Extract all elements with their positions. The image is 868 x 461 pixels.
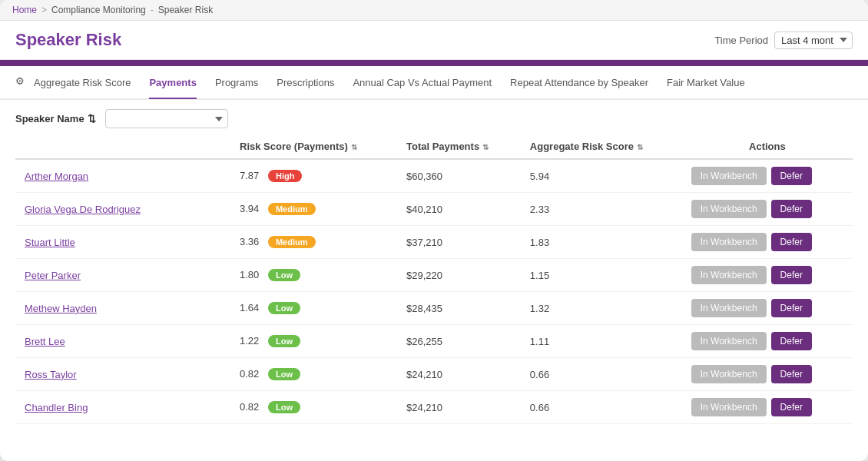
defer-button[interactable]: Defer [771,233,812,251]
speaker-link[interactable]: Gloria Vega De Rodriguez [25,204,141,215]
tab-prescriptions-label: Prescriptions [277,77,334,88]
breadcrumb-current: Speaker Risk [158,5,213,15]
time-period-select[interactable]: Last 4 mont [774,32,853,49]
table-controls: Speaker Name ⇅ [15,100,853,134]
risk-level-badge: Low [268,302,300,314]
col-aggregate-risk: Aggregate Risk Score⇅ [521,134,682,159]
in-workbench-button[interactable]: In Workbench [691,299,767,317]
tab-programs[interactable]: Programs [215,68,258,99]
speaker-link[interactable]: Stuart Little [25,237,75,248]
cell-total-payments: $28,435 [397,292,521,325]
cell-risk-score: 7.87 High [230,159,397,193]
speaker-link[interactable]: Ross Taylor [25,369,77,380]
cell-risk-score: 3.36 Medium [230,226,397,259]
risk-score-value: 3.94 [240,203,259,214]
defer-button[interactable]: Defer [771,332,812,350]
defer-button[interactable]: Defer [771,200,812,218]
cell-total-payments: $26,255 [397,325,521,358]
speakers-table: Risk Score (Payments)⇅ Total Payments⇅ A… [15,134,853,424]
table-row: Arther Morgan 7.87 High $60,360 5.94 In … [15,159,853,193]
risk-level-badge: Low [268,368,300,380]
speaker-link[interactable]: Brett Lee [25,336,65,347]
cell-speaker-name: Stuart Little [15,226,230,259]
cell-speaker-name: Brett Lee [15,325,230,358]
tab-repeat-attendance-label: Repeat Attendance by Speaker [510,77,648,88]
cell-risk-score: 0.82 Low [230,358,397,391]
cell-risk-score: 1.22 Low [230,325,397,358]
cell-aggregate-risk: 1.32 [521,292,682,325]
cell-risk-score: 3.94 Medium [230,193,397,226]
tab-annual-cap[interactable]: Annual Cap Vs Actual Payment [353,68,492,99]
cell-actions: In Workbench Defer [682,193,853,226]
table-area: Speaker Name ⇅ Risk Score (Payments)⇅ To… [0,100,868,461]
table-row: Stuart Little 3.36 Medium $37,210 1.83 I… [15,226,853,259]
speaker-link[interactable]: Methew Hayden [25,303,97,314]
defer-button[interactable]: Defer [771,299,812,317]
cell-total-payments: $24,210 [397,358,521,391]
cell-actions: In Workbench Defer [682,226,853,259]
cell-total-payments: $24,210 [397,391,521,424]
breadcrumb-home[interactable]: Home [12,5,37,15]
in-workbench-button[interactable]: In Workbench [691,332,767,350]
risk-score-value: 0.82 [240,401,259,413]
tab-repeat-attendance[interactable]: Repeat Attendance by Speaker [510,68,648,99]
aggregate-icon: ⚙ [15,75,29,89]
speaker-link[interactable]: Peter Parker [25,270,81,281]
speaker-link[interactable]: Chandler Bing [25,402,88,413]
cell-aggregate-risk: 1.11 [521,325,682,358]
cell-actions: In Workbench Defer [682,391,853,424]
defer-button[interactable]: Defer [771,398,812,416]
table-row: Gloria Vega De Rodriguez 3.94 Medium $40… [15,193,853,226]
cell-speaker-name: Ross Taylor [15,358,230,391]
tab-prescriptions[interactable]: Prescriptions [277,68,334,99]
cell-aggregate-risk: 1.83 [521,226,682,259]
tab-fair-market-value-label: Fair Market Value [667,77,745,88]
tab-programs-label: Programs [215,77,258,88]
speaker-name-filter-select[interactable] [105,109,228,128]
tab-payments-label: Payments [149,77,196,88]
speaker-link[interactable]: Arther Morgan [25,171,88,182]
cell-aggregate-risk: 2.33 [521,193,682,226]
page-title: Speaker Risk [15,30,121,50]
in-workbench-button[interactable]: In Workbench [691,266,767,284]
breadcrumb-sep2: - [151,5,154,15]
actions-cell: In Workbench Defer [691,266,843,284]
cell-aggregate-risk: 1.15 [521,259,682,292]
speaker-sort-icon: ⇅ [88,113,96,124]
in-workbench-button[interactable]: In Workbench [691,233,767,251]
table-row: Peter Parker 1.80 Low $29,220 1.15 In Wo… [15,259,853,292]
cell-speaker-name: Gloria Vega De Rodriguez [15,193,230,226]
actions-cell: In Workbench Defer [691,332,843,350]
risk-score-value: 1.22 [240,335,259,347]
col-speaker-name [15,134,230,159]
actions-cell: In Workbench Defer [691,398,843,416]
tab-fair-market-value[interactable]: Fair Market Value [667,68,745,99]
page-header: Speaker Risk Time Period Last 4 mont [0,21,868,60]
in-workbench-button[interactable]: In Workbench [691,398,767,416]
actions-cell: In Workbench Defer [691,365,843,383]
defer-button[interactable]: Defer [771,266,812,284]
cell-risk-score: 1.64 Low [230,292,397,325]
risk-score-value: 0.82 [240,368,259,380]
risk-score-value: 3.36 [240,236,259,247]
risk-level-badge: Medium [268,236,316,248]
actions-cell: In Workbench Defer [691,233,843,251]
tab-payments[interactable]: Payments [149,68,196,99]
breadcrumb: Home > Compliance Monitoring - Speaker R… [0,0,868,21]
in-workbench-button[interactable]: In Workbench [691,200,767,218]
cell-aggregate-risk: 0.66 [521,391,682,424]
risk-level-badge: Low [268,401,300,413]
table-row: Chandler Bing 0.82 Low $24,210 0.66 In W… [15,391,853,424]
defer-button[interactable]: Defer [771,365,812,383]
risk-level-badge: Low [268,335,300,347]
defer-button[interactable]: Defer [771,167,812,185]
cell-actions: In Workbench Defer [682,159,853,193]
cell-risk-score: 1.80 Low [230,259,397,292]
cell-speaker-name: Chandler Bing [15,391,230,424]
risk-level-badge: High [268,170,302,182]
in-workbench-button[interactable]: In Workbench [691,365,767,383]
in-workbench-button[interactable]: In Workbench [691,167,767,185]
cell-actions: In Workbench Defer [682,325,853,358]
purple-bar [0,60,868,66]
tab-aggregate[interactable]: ⚙ Aggregate Risk Score [15,66,131,100]
